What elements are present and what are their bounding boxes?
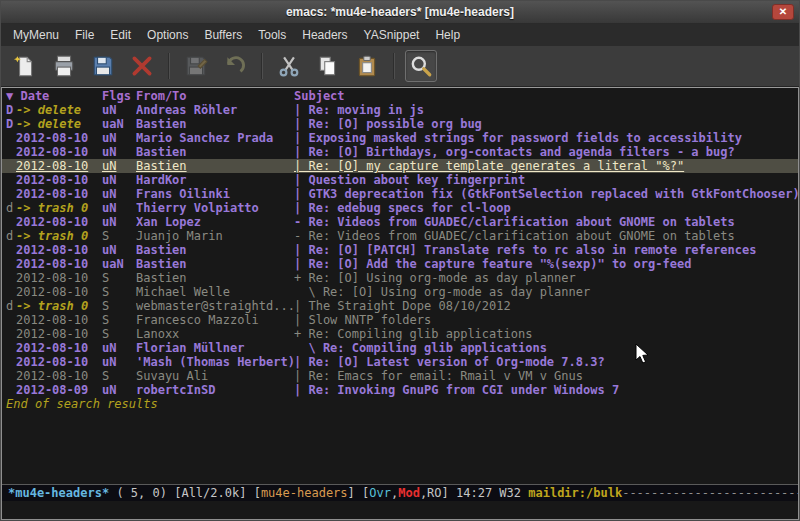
minibuffer[interactable]	[2, 501, 798, 519]
headerline-flags[interactable]: Flgs	[102, 89, 136, 103]
row-from: webmaster@straightd...	[136, 299, 294, 313]
row-from: Mario Sanchez Prada	[136, 131, 294, 145]
message-row[interactable]: 2012-08-10uNXan Lopez- Re: Videos from G…	[2, 215, 798, 229]
message-row[interactable]: 2012-08-10SBastien+ Re: [O] Using org-mo…	[2, 271, 798, 285]
paste-icon[interactable]	[351, 50, 383, 82]
row-mark	[6, 341, 16, 355]
row-mark	[6, 243, 16, 257]
menu-item-headers[interactable]: Headers	[294, 25, 355, 45]
message-row[interactable]: 2012-08-09uNrobertcInSD| Re: Invoking Gn…	[2, 383, 798, 397]
menu-item-tools[interactable]: Tools	[250, 25, 294, 45]
cut-icon[interactable]	[273, 50, 305, 82]
row-date: 2012-08-10	[16, 187, 102, 201]
row-from: Bastien	[136, 243, 294, 257]
row-date: 2012-08-10	[16, 341, 102, 355]
row-subject: + Re: [O] Using org-mode as day planner	[294, 271, 798, 285]
row-mark	[6, 131, 16, 145]
mode-line: *mu4e-headers* ( 5, 0) [All/2.0k] [mu4e-…	[2, 484, 798, 501]
row-mark	[6, 187, 16, 201]
modeline-segment-dashes: ------------------------------------	[622, 486, 798, 500]
row-mark: d	[6, 299, 16, 313]
message-row[interactable]: D-> deleteuaNBastien| Re: [O] possible o…	[2, 117, 798, 131]
message-row[interactable]: 2012-08-10SFrancesco Mazzoli| Slow NNTP …	[2, 313, 798, 327]
row-mark	[6, 215, 16, 229]
menu-item-help[interactable]: Help	[427, 25, 468, 45]
row-from: Xan Lopez	[136, 215, 294, 229]
message-list: D-> deleteuNAndreas Röhler| Re: moving i…	[2, 103, 798, 397]
row-subject: \ Re: [O] Using org-mode as day planner	[294, 285, 798, 299]
row-from: Juanjo Marin	[136, 229, 294, 243]
row-from: Suvayu Ali	[136, 369, 294, 383]
row-mark	[6, 173, 16, 187]
menu-item-yasnippet[interactable]: YASnippet	[356, 25, 428, 45]
row-subject: | Re: [O] [PATCH] Translate refs to rc a…	[294, 243, 798, 257]
row-mark: d	[6, 201, 16, 215]
row-subject: | The Straight Dope 08/10/2012	[294, 299, 798, 313]
window-close-button[interactable]: ✕	[772, 4, 794, 20]
menu-item-file[interactable]: File	[67, 25, 102, 45]
menu-item-buffers[interactable]: Buffers	[196, 25, 250, 45]
row-flags: S	[102, 299, 136, 313]
message-row[interactable]: D-> deleteuNAndreas Röhler| Re: moving i…	[2, 103, 798, 117]
message-row[interactable]: 2012-08-10uNBastien| Re: [O] Birthdays, …	[2, 145, 798, 159]
message-row[interactable]: 2012-08-10uNFrans Oilinki| GTK3 deprecat…	[2, 187, 798, 201]
row-subject: | Re: [O] Add the capture feature "%(sex…	[294, 257, 798, 271]
row-mark	[6, 159, 16, 173]
toolbar-separator	[393, 53, 395, 79]
message-row[interactable]: 2012-08-10uaNBastien| Re: [O] Add the ca…	[2, 257, 798, 271]
message-row[interactable]: 2012-08-10SMichael Welle \ Re: [O] Using…	[2, 285, 798, 299]
emacs-frame: ▼ Date Flgs From/To Subject D-> deleteuN…	[1, 87, 799, 520]
message-row[interactable]: d-> trash 0SJuanjo Marin- Re: Videos fro…	[2, 229, 798, 243]
save-icon[interactable]	[87, 50, 119, 82]
row-from: 'Mash (Thomas Herbert)	[136, 355, 294, 369]
row-subject: | Re: [O] my capture template generates …	[294, 159, 798, 173]
row-from: Bastien	[136, 159, 294, 173]
row-mark: d	[6, 229, 16, 243]
message-row[interactable]: d-> trash 0Swebmaster@straightd...| The …	[2, 299, 798, 313]
modeline-segment-buffer: *mu4e-headers*	[8, 486, 109, 500]
headerline-from[interactable]: From/To	[136, 89, 294, 103]
kill-buffer-icon[interactable]	[126, 50, 158, 82]
row-date: 2012-08-10	[16, 215, 102, 229]
row-flags: uN	[102, 131, 136, 145]
row-subject: | Re: Invoking GnuPG from CGI under Wind…	[294, 383, 798, 397]
message-row[interactable]: 2012-08-10SSuvayu Ali| Re: Emacs for ema…	[2, 369, 798, 383]
search-icon[interactable]	[405, 50, 437, 82]
row-from: Bastien	[136, 271, 294, 285]
new-file-icon[interactable]	[9, 50, 41, 82]
message-row[interactable]: 2012-08-10uNFlorian Müllner \ Re: Compil…	[2, 341, 798, 355]
message-row[interactable]: 2012-08-10SLanoxx+ Re: Compiling glib ap…	[2, 327, 798, 341]
row-from: Lanoxx	[136, 327, 294, 341]
menu-item-mymenu[interactable]: MyMenu	[5, 25, 67, 45]
row-mark	[6, 327, 16, 341]
toolbar	[1, 46, 799, 87]
row-date: -> delete	[16, 117, 102, 131]
row-from: Francesco Mazzoli	[136, 313, 294, 327]
row-from: robertcInSD	[136, 383, 294, 397]
message-row[interactable]: 2012-08-10uNBastien| Re: [O] [PATCH] Tra…	[2, 243, 798, 257]
modeline-segment-plain: ] [	[348, 486, 370, 500]
row-date: 2012-08-10	[16, 327, 102, 341]
row-flags: S	[102, 285, 136, 299]
row-date: 2012-08-10	[16, 131, 102, 145]
row-flags: uaN	[102, 257, 136, 271]
headerline-subject[interactable]: Subject	[294, 89, 798, 103]
row-mark	[6, 313, 16, 327]
row-mark	[6, 145, 16, 159]
modeline-segment-folder: maildir:/bulk	[528, 486, 622, 500]
message-row[interactable]: d-> trash 0uNThierry Volpiatto| Re: edeb…	[2, 201, 798, 215]
row-flags: uN	[102, 341, 136, 355]
row-subject: | Re: Emacs for email: Rmail v VM v Gnus	[294, 369, 798, 383]
message-row[interactable]: 2012-08-10uN'Mash (Thomas Herbert)| Re: …	[2, 355, 798, 369]
modeline-segment-plain: 14:27 W32	[456, 486, 528, 500]
copy-icon[interactable]	[312, 50, 344, 82]
row-from: HardKor	[136, 173, 294, 187]
headerline-sort-date[interactable]: ▼ Date	[6, 89, 102, 103]
menu-bar: MyMenuFileEditOptionsBuffersToolsHeaders…	[1, 24, 799, 46]
message-row[interactable]: 2012-08-10uNHardKor| Question about key …	[2, 173, 798, 187]
print-icon[interactable]	[48, 50, 80, 82]
menu-item-edit[interactable]: Edit	[102, 25, 139, 45]
message-row[interactable]: 2012-08-10uNMario Sanchez Prada| Exposin…	[2, 131, 798, 145]
message-row[interactable]: 2012-08-10uNBastien| Re: [O] my capture …	[2, 159, 798, 173]
menu-item-options[interactable]: Options	[139, 25, 196, 45]
